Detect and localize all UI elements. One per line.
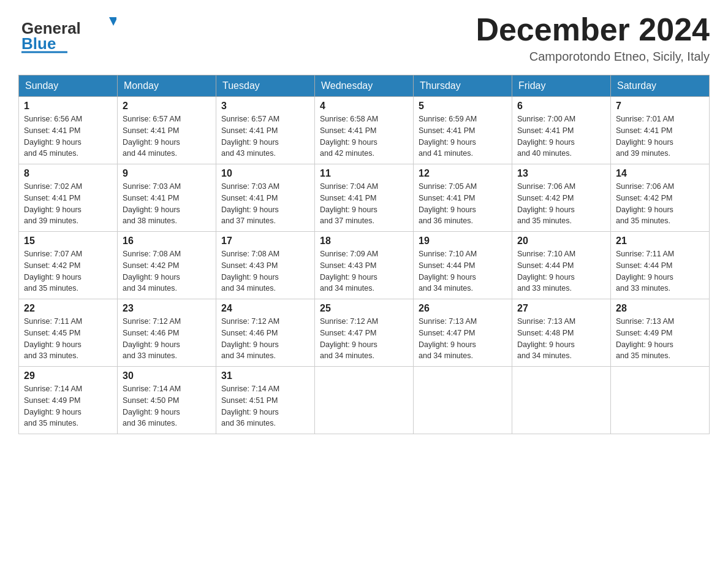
calendar-table: Sunday Monday Tuesday Wednesday Thursday… — [18, 75, 710, 434]
day-info: Sunrise: 7:08 AM Sunset: 4:43 PM Dayligh… — [221, 248, 309, 294]
calendar-day-cell: 2 Sunrise: 6:57 AM Sunset: 4:41 PM Dayli… — [118, 97, 216, 164]
day-number: 20 — [517, 236, 605, 247]
day-number: 29 — [24, 370, 112, 381]
calendar-day-cell: 1 Sunrise: 6:56 AM Sunset: 4:41 PM Dayli… — [19, 97, 118, 164]
day-number: 2 — [123, 101, 211, 112]
calendar-day-cell — [315, 367, 414, 434]
day-number: 31 — [221, 370, 309, 381]
day-number: 5 — [419, 101, 507, 112]
day-info: Sunrise: 6:56 AM Sunset: 4:41 PM Dayligh… — [24, 113, 112, 159]
day-number: 22 — [24, 303, 112, 314]
day-info: Sunrise: 7:06 AM Sunset: 4:42 PM Dayligh… — [517, 181, 605, 227]
day-number: 12 — [419, 168, 507, 179]
day-number: 6 — [517, 101, 605, 112]
day-number: 24 — [221, 303, 309, 314]
calendar-day-cell: 11 Sunrise: 7:04 AM Sunset: 4:41 PM Dayl… — [315, 164, 414, 232]
day-info: Sunrise: 7:13 AM Sunset: 4:47 PM Dayligh… — [419, 316, 507, 362]
day-number: 1 — [24, 101, 112, 112]
col-sunday: Sunday — [19, 75, 118, 97]
day-info: Sunrise: 7:02 AM Sunset: 4:41 PM Dayligh… — [24, 181, 112, 227]
location-subtitle: Camporotondo Etneo, Sicily, Italy — [476, 50, 710, 64]
calendar-day-cell: 23 Sunrise: 7:12 AM Sunset: 4:46 PM Dayl… — [118, 299, 216, 367]
calendar-day-cell: 29 Sunrise: 7:14 AM Sunset: 4:49 PM Dayl… — [19, 367, 118, 434]
day-info: Sunrise: 7:01 AM Sunset: 4:41 PM Dayligh… — [616, 113, 704, 159]
calendar-day-cell: 3 Sunrise: 6:57 AM Sunset: 4:41 PM Dayli… — [216, 97, 315, 164]
day-info: Sunrise: 7:11 AM Sunset: 4:45 PM Dayligh… — [24, 316, 112, 362]
calendar-day-cell: 7 Sunrise: 7:01 AM Sunset: 4:41 PM Dayli… — [611, 97, 710, 164]
calendar-day-cell: 12 Sunrise: 7:05 AM Sunset: 4:41 PM Dayl… — [414, 164, 512, 232]
calendar-day-cell: 20 Sunrise: 7:10 AM Sunset: 4:44 PM Dayl… — [512, 232, 611, 299]
calendar-day-cell: 10 Sunrise: 7:03 AM Sunset: 4:41 PM Dayl… — [216, 164, 315, 232]
day-info: Sunrise: 7:04 AM Sunset: 4:41 PM Dayligh… — [320, 181, 408, 227]
calendar-day-cell: 19 Sunrise: 7:10 AM Sunset: 4:44 PM Dayl… — [414, 232, 512, 299]
calendar-day-cell: 24 Sunrise: 7:12 AM Sunset: 4:46 PM Dayl… — [216, 299, 315, 367]
day-number: 18 — [320, 236, 408, 247]
day-number: 25 — [320, 303, 408, 314]
calendar-day-cell: 9 Sunrise: 7:03 AM Sunset: 4:41 PM Dayli… — [118, 164, 216, 232]
day-info: Sunrise: 7:12 AM Sunset: 4:46 PM Dayligh… — [123, 316, 211, 362]
col-thursday: Thursday — [414, 75, 512, 97]
svg-marker-1 — [109, 17, 116, 26]
col-saturday: Saturday — [611, 75, 710, 97]
day-info: Sunrise: 7:03 AM Sunset: 4:41 PM Dayligh… — [123, 181, 211, 227]
day-info: Sunrise: 7:09 AM Sunset: 4:43 PM Dayligh… — [320, 248, 408, 294]
day-number: 3 — [221, 101, 309, 112]
calendar-day-cell: 18 Sunrise: 7:09 AM Sunset: 4:43 PM Dayl… — [315, 232, 414, 299]
day-info: Sunrise: 7:05 AM Sunset: 4:41 PM Dayligh… — [419, 181, 507, 227]
day-number: 27 — [517, 303, 605, 314]
calendar-week-row: 22 Sunrise: 7:11 AM Sunset: 4:45 PM Dayl… — [19, 299, 710, 367]
day-number: 16 — [123, 236, 211, 247]
day-number: 13 — [517, 168, 605, 179]
day-info: Sunrise: 7:14 AM Sunset: 4:49 PM Dayligh… — [24, 383, 112, 429]
calendar-day-cell: 5 Sunrise: 6:59 AM Sunset: 4:41 PM Dayli… — [414, 97, 512, 164]
title-area: December 2024 Camporotondo Etneo, Sicily… — [476, 12, 710, 64]
svg-text:Blue: Blue — [21, 34, 56, 53]
day-number: 7 — [616, 101, 704, 112]
day-number: 14 — [616, 168, 704, 179]
calendar-week-row: 29 Sunrise: 7:14 AM Sunset: 4:49 PM Dayl… — [19, 367, 710, 434]
calendar-day-cell: 13 Sunrise: 7:06 AM Sunset: 4:42 PM Dayl… — [512, 164, 611, 232]
calendar-day-cell: 14 Sunrise: 7:06 AM Sunset: 4:42 PM Dayl… — [611, 164, 710, 232]
day-info: Sunrise: 6:57 AM Sunset: 4:41 PM Dayligh… — [221, 113, 309, 159]
calendar-day-cell: 28 Sunrise: 7:13 AM Sunset: 4:49 PM Dayl… — [611, 299, 710, 367]
day-info: Sunrise: 7:11 AM Sunset: 4:44 PM Dayligh… — [616, 248, 704, 294]
calendar-header-row: Sunday Monday Tuesday Wednesday Thursday… — [19, 75, 710, 97]
day-number: 26 — [419, 303, 507, 314]
day-number: 8 — [24, 168, 112, 179]
calendar-day-cell — [414, 367, 512, 434]
day-info: Sunrise: 7:10 AM Sunset: 4:44 PM Dayligh… — [419, 248, 507, 294]
calendar-week-row: 8 Sunrise: 7:02 AM Sunset: 4:41 PM Dayli… — [19, 164, 710, 232]
day-info: Sunrise: 7:12 AM Sunset: 4:47 PM Dayligh… — [320, 316, 408, 362]
calendar-day-cell: 17 Sunrise: 7:08 AM Sunset: 4:43 PM Dayl… — [216, 232, 315, 299]
day-info: Sunrise: 7:13 AM Sunset: 4:48 PM Dayligh… — [517, 316, 605, 362]
page-header: General Blue December 2024 Camporotondo … — [18, 12, 710, 64]
calendar-day-cell — [512, 367, 611, 434]
day-number: 30 — [123, 370, 211, 381]
day-info: Sunrise: 7:07 AM Sunset: 4:42 PM Dayligh… — [24, 248, 112, 294]
day-info: Sunrise: 7:08 AM Sunset: 4:42 PM Dayligh… — [123, 248, 211, 294]
day-info: Sunrise: 6:57 AM Sunset: 4:41 PM Dayligh… — [123, 113, 211, 159]
day-number: 23 — [123, 303, 211, 314]
calendar-week-row: 15 Sunrise: 7:07 AM Sunset: 4:42 PM Dayl… — [19, 232, 710, 299]
calendar-week-row: 1 Sunrise: 6:56 AM Sunset: 4:41 PM Dayli… — [19, 97, 710, 164]
day-number: 28 — [616, 303, 704, 314]
day-info: Sunrise: 7:10 AM Sunset: 4:44 PM Dayligh… — [517, 248, 605, 294]
calendar-day-cell: 6 Sunrise: 7:00 AM Sunset: 4:41 PM Dayli… — [512, 97, 611, 164]
calendar-day-cell: 25 Sunrise: 7:12 AM Sunset: 4:47 PM Dayl… — [315, 299, 414, 367]
calendar-day-cell: 22 Sunrise: 7:11 AM Sunset: 4:45 PM Dayl… — [19, 299, 118, 367]
calendar-day-cell: 8 Sunrise: 7:02 AM Sunset: 4:41 PM Dayli… — [19, 164, 118, 232]
day-number: 10 — [221, 168, 309, 179]
day-number: 15 — [24, 236, 112, 247]
logo-area: General Blue — [18, 12, 116, 55]
day-number: 21 — [616, 236, 704, 247]
logo-image: General Blue — [18, 12, 116, 55]
calendar-day-cell: 31 Sunrise: 7:14 AM Sunset: 4:51 PM Dayl… — [216, 367, 315, 434]
day-info: Sunrise: 7:00 AM Sunset: 4:41 PM Dayligh… — [517, 113, 605, 159]
calendar-day-cell: 15 Sunrise: 7:07 AM Sunset: 4:42 PM Dayl… — [19, 232, 118, 299]
col-friday: Friday — [512, 75, 611, 97]
day-info: Sunrise: 7:12 AM Sunset: 4:46 PM Dayligh… — [221, 316, 309, 362]
calendar-day-cell: 16 Sunrise: 7:08 AM Sunset: 4:42 PM Dayl… — [118, 232, 216, 299]
calendar-day-cell: 26 Sunrise: 7:13 AM Sunset: 4:47 PM Dayl… — [414, 299, 512, 367]
day-number: 9 — [123, 168, 211, 179]
col-tuesday: Tuesday — [216, 75, 315, 97]
